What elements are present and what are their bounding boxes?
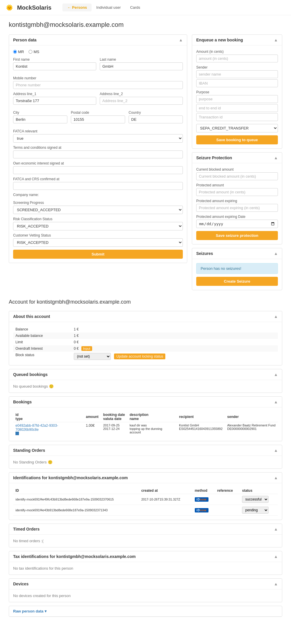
tab-persons[interactable]: ← Persons	[62, 4, 92, 11]
country-label: Country	[129, 111, 183, 115]
identification-status-select-0[interactable]: successful pending failed	[242, 496, 269, 503]
address-line1-group: Address line_1	[13, 92, 96, 105]
fatca-crs-label: FATCA and CRS confirmed at	[13, 177, 183, 181]
enqueue-booking-collapse[interactable]: ▲	[274, 38, 278, 42]
about-account-card: About this account ▲ Balance 1 € Availab…	[9, 311, 282, 365]
logo-emoji: 🌞	[6, 4, 13, 11]
country-input[interactable]	[129, 116, 183, 123]
mobile-number-label: Mobile number	[13, 76, 183, 80]
header: 🌞 MockSolaris ← Persons Individual user …	[0, 0, 291, 15]
bookings-collapse[interactable]: ▲	[274, 400, 278, 404]
queued-bookings-collapse[interactable]: ▲	[274, 372, 278, 377]
raw-data-toggle[interactable]: Raw person data ▾	[13, 609, 47, 613]
fatca-select[interactable]: true false	[13, 134, 183, 143]
sender-name-input[interactable]	[196, 70, 278, 78]
address-line1-label: Address line_1	[13, 92, 96, 96]
identification-status-select-1[interactable]: successful pending failed	[242, 507, 269, 514]
bookings-header-row: idtype amount booking datevaluta date de…	[13, 412, 278, 422]
person-data-collapse[interactable]: ▲	[179, 38, 183, 42]
identifications-body: ID created at method reference status id…	[9, 483, 282, 520]
risk-select[interactable]: RISK_ACCEPTED RISK_REJECTED NOT_ASSESSED	[13, 222, 183, 230]
about-account-collapse[interactable]: ▲	[274, 314, 278, 319]
overdraft-badge[interactable]: Input	[81, 346, 92, 351]
identifications-collapse[interactable]: ▲	[274, 475, 278, 480]
devices-title: Devices	[13, 582, 29, 586]
seizures-title: Seizures	[196, 251, 213, 256]
tab-individual-user[interactable]: Individual user	[92, 4, 125, 11]
protected-amount-input[interactable]	[196, 188, 278, 196]
identifications-table: ID created at method reference status id…	[13, 487, 278, 516]
protected-date-input[interactable]	[196, 220, 278, 228]
city-label: City	[13, 111, 67, 115]
gender-mr-label[interactable]: MR	[13, 50, 24, 54]
timed-orders-collapse[interactable]: ▲	[274, 527, 278, 531]
update-block-status-button[interactable]: Update account locking status	[114, 354, 165, 359]
standing-orders-collapse[interactable]: ▲	[274, 448, 278, 453]
devices-card: Devices ▲ No devices created for this pe…	[9, 578, 282, 602]
mobile-number-input[interactable]	[13, 81, 183, 89]
purpose-input[interactable]	[196, 95, 278, 103]
seizures-collapse[interactable]: ▲	[274, 251, 278, 256]
identification-status-1: successful pending failed	[240, 505, 278, 516]
protected-expiring-label: Protected amount expiring	[196, 199, 278, 203]
mobile-number-group: Mobile number	[13, 76, 183, 89]
gender-mr-radio[interactable]	[13, 50, 17, 54]
account-section: About this account ▲ Balance 1 € Availab…	[0, 308, 291, 623]
first-name-input[interactable]	[13, 62, 96, 70]
current-blocked-label: Current blocked amount	[196, 167, 278, 172]
fatca-crs-input[interactable]	[13, 182, 183, 190]
no-seizures-info: Person has no seizures!	[196, 263, 278, 274]
timed-orders-title: Timed Orders	[13, 527, 40, 531]
page-title: kontistgmbh@mocksolaris.example.com	[0, 15, 291, 32]
amount-input[interactable]	[196, 55, 278, 62]
reference-col-header: reference	[215, 487, 240, 494]
save-booking-button[interactable]: Save booking to queue	[196, 135, 278, 144]
devices-collapse[interactable]: ▲	[274, 582, 278, 586]
transaction-id-input[interactable]	[196, 113, 278, 121]
limit-label: Limit	[13, 339, 71, 345]
postal-code-input[interactable]	[71, 116, 125, 123]
about-account-title: About this account	[13, 314, 50, 319]
person-data-card: Person data ▲ MR MS First name	[9, 34, 187, 263]
bookings-table: idtype amount booking datevaluta date de…	[13, 412, 278, 437]
current-blocked-input[interactable]	[196, 172, 278, 180]
sender-iban-input[interactable]	[196, 79, 278, 87]
terms-input[interactable]	[13, 150, 183, 158]
protected-date-group: Protected amount expiring Date	[196, 215, 278, 228]
create-seizure-button[interactable]: Create Seizure	[196, 277, 278, 286]
address-line2-label: Address line_2	[100, 92, 183, 96]
booking-type-group: SEPA_CREDIT_TRANSFER SEPA_DEBIT_TRANSFER	[196, 124, 278, 132]
city-input[interactable]	[13, 116, 67, 123]
seizure-protection-collapse[interactable]: ▲	[274, 155, 278, 160]
company-name-label: Company name:	[13, 193, 183, 197]
screening-select[interactable]: SCREENED_ACCEPTED SCREENED_REJECTED NOT_…	[13, 206, 183, 214]
save-seizure-button[interactable]: Save seizure protection	[196, 231, 278, 240]
sender-group: Sender	[196, 65, 278, 87]
timed-orders-header: Timed Orders ▲	[9, 524, 282, 535]
enqueue-booking-body: Amount (in cents) Sender Purpose S	[192, 46, 282, 148]
submit-button[interactable]: Submit	[13, 250, 183, 259]
block-status-select[interactable]: (not set) BLOCK_CREDIT BLOCK_DEBIT BLOCK…	[74, 353, 111, 360]
standing-orders-card: Standing Orders ▲ No Standing Orders 🙂	[9, 445, 282, 469]
address-line1-input[interactable]	[13, 97, 96, 105]
gender-ms-label[interactable]: MS	[29, 50, 39, 54]
own-economic-input[interactable]	[13, 166, 183, 174]
tab-cards[interactable]: Cards	[125, 4, 145, 11]
end-to-end-input[interactable]	[196, 104, 278, 112]
gender-ms-radio[interactable]	[29, 50, 32, 54]
vetting-select[interactable]: RISK_ACCEPTED RISK_REJECTED NOT_ASSESSED	[13, 238, 183, 247]
available-balance-label: Available balance	[13, 332, 71, 339]
tax-identifications-collapse[interactable]: ▲	[274, 554, 278, 559]
own-economic-label: Own economic interest signed at	[13, 161, 183, 165]
address-row: Address line_1 Address line_2	[13, 92, 183, 108]
identification-created-1	[139, 505, 192, 516]
standing-orders-body: No Standing Orders 🙂	[9, 456, 282, 468]
last-name-input[interactable]	[100, 62, 183, 70]
booking-type-select[interactable]: SEPA_CREDIT_TRANSFER SEPA_DEBIT_TRANSFER	[196, 124, 278, 132]
devices-header: Devices ▲	[9, 579, 282, 589]
address-line2-input[interactable]	[100, 97, 183, 105]
enqueue-booking-card: Enqueue a new booking ▲ Amount (in cents…	[192, 34, 282, 149]
protected-expiring-input[interactable]	[196, 204, 278, 212]
identification-reference-1	[215, 505, 240, 516]
booking-id-link-0[interactable]: e0492abb-87fd-42a2-9303-708026b90c8e	[15, 424, 58, 432]
